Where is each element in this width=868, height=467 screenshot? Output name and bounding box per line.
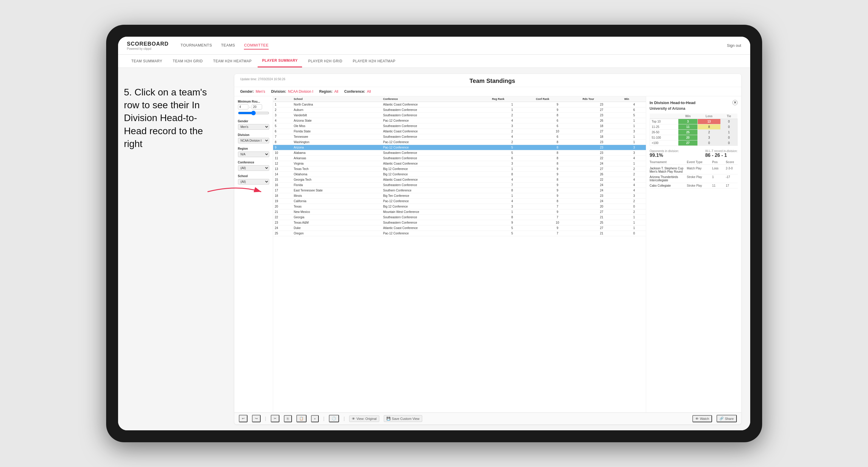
- col-conference: Conference: [381, 96, 490, 102]
- tab-player-h2h-grid[interactable]: PLAYER H2H GRID: [304, 55, 347, 67]
- cell-rdstour: 23: [581, 113, 623, 118]
- logo-text: SCOREBOARD: [127, 41, 169, 47]
- min-rounds-input[interactable]: [238, 104, 248, 110]
- h2h-loss: 3: [698, 135, 720, 141]
- table-row[interactable]: 18 Illinois Big Ten Conference 1 9 23 3: [273, 193, 646, 198]
- h2h-range: 26-50: [650, 130, 678, 135]
- table-row[interactable]: 12 Virginia Atlantic Coast Conference 3 …: [273, 161, 646, 166]
- redo-button[interactable]: ↪: [252, 415, 260, 422]
- cell-conference: Southeastern Conference: [381, 215, 490, 220]
- region-select[interactable]: N/A All: [238, 152, 269, 157]
- cell-num: 2: [273, 107, 292, 113]
- table-row[interactable]: 19 California Pac-12 Conference 4 8 24 2: [273, 198, 646, 204]
- cell-regrrank: 8: [490, 188, 534, 193]
- cell-num: 8: [273, 139, 292, 145]
- h2h-panel: In Division Head-to-Head ✕ University of…: [646, 96, 741, 412]
- table-row[interactable]: 24 Duke Atlantic Coast Conference 5 9 27…: [273, 225, 646, 231]
- table-row[interactable]: 4 Arizona State Pac-12 Conference 4 6 26…: [273, 118, 646, 123]
- watch-button[interactable]: 👁 Watch: [692, 415, 712, 422]
- table-row[interactable]: 9 Arizona Pac-12 Conference 5 8 23 3: [273, 145, 646, 150]
- table-row[interactable]: 10 Alabama Southeastern Conference 5 8 2…: [273, 150, 646, 156]
- table-row[interactable]: 5 Ole Miss Southeastern Conference 3 6 1…: [273, 123, 646, 129]
- tournament-name: Cabo Collegiate: [650, 184, 685, 187]
- cell-rdstour: 26: [581, 172, 623, 177]
- table-row[interactable]: 3 Vanderbilt Southeastern Conference 2 8…: [273, 113, 646, 118]
- tab-team-summary[interactable]: TEAM SUMMARY: [127, 55, 167, 67]
- paste-button[interactable]: 📋: [297, 415, 307, 422]
- cell-school: Alabama: [292, 150, 381, 156]
- max-rounds-input[interactable]: [252, 104, 262, 110]
- cell-num: 9: [273, 145, 292, 150]
- sign-out-button[interactable]: Sign out: [727, 43, 741, 48]
- cell-num: 5: [273, 123, 292, 129]
- copy-button[interactable]: ⎘: [284, 415, 292, 422]
- save-custom-view-button[interactable]: 💾 Save Custom View: [384, 415, 422, 422]
- table-row[interactable]: 22 Georgia Southeastern Conference 8 7 2…: [273, 215, 646, 220]
- table-row[interactable]: 8 Washington Pac-12 Conference 2 8 23 1: [273, 139, 646, 145]
- cell-regrrank: 7: [490, 183, 534, 188]
- conference-select[interactable]: (All) Atlantic Coast Conference Southeas…: [238, 165, 269, 171]
- cell-rdstour: 18: [581, 123, 623, 129]
- cell-confrank: 9: [534, 193, 581, 198]
- tab-player-h2h-heatmap[interactable]: PLAYER H2H HEATMAP: [348, 55, 400, 67]
- h2h-loss: 13: [698, 119, 720, 124]
- table-row[interactable]: 6 Florida State Atlantic Coast Conferenc…: [273, 129, 646, 134]
- h2h-win: 25: [678, 130, 698, 135]
- h2h-close-button[interactable]: ✕: [732, 100, 738, 105]
- table-row[interactable]: 20 Texas Big 12 Conference 3 7 20 0: [273, 204, 646, 209]
- tournament-type: Stroke Play: [687, 184, 710, 187]
- cell-conference: Southeastern Conference: [381, 183, 490, 188]
- cell-win: 3: [622, 193, 646, 198]
- table-row[interactable]: 1 North Carolina Atlantic Coast Conferen…: [273, 102, 646, 107]
- table-row[interactable]: 7 Tennessee Southeastern Conference 4 6 …: [273, 134, 646, 139]
- tab-team-h2h-heatmap[interactable]: TEAM H2H HEATMAP: [209, 55, 256, 67]
- view-original-button[interactable]: 👁 View: Original: [349, 415, 379, 422]
- cell-conference: Southeastern Conference: [381, 113, 490, 118]
- table-row[interactable]: 17 East Tennessee State Southern Confere…: [273, 188, 646, 193]
- cell-conference: Big Ten Conference: [381, 193, 490, 198]
- nav-teams[interactable]: TEAMS: [221, 41, 235, 50]
- table-row[interactable]: 15 Georgia Tech Atlantic Coast Conferenc…: [273, 177, 646, 183]
- cell-confrank: 10: [534, 129, 581, 134]
- cut-button[interactable]: ✂: [271, 415, 279, 422]
- cell-regrrank: 4: [490, 177, 534, 183]
- tab-team-h2h-grid[interactable]: TEAM H2H GRID: [168, 55, 207, 67]
- cell-regrrank: 3: [490, 204, 534, 209]
- cell-regrrank: 5: [490, 145, 534, 150]
- cell-confrank: 6: [534, 123, 581, 129]
- cell-rdstour: 23: [581, 145, 623, 150]
- gender-select[interactable]: Men's Women's: [238, 124, 269, 130]
- cell-school: Texas: [292, 204, 381, 209]
- cell-num: 21: [273, 209, 292, 215]
- rounds-slider[interactable]: [238, 111, 269, 116]
- nav-tournaments[interactable]: TOURNAMENTS: [181, 41, 212, 50]
- insert-button[interactable]: +: [311, 415, 319, 422]
- h2h-body: Top 10 3 13 0 11-25 11 8 0 26-50 25 2 1 …: [650, 119, 737, 146]
- clock-button[interactable]: 🕐: [329, 415, 339, 422]
- cell-confrank: 8: [534, 177, 581, 183]
- table-row[interactable]: 25 Oregon Pac-12 Conference 5 7 21 0: [273, 231, 646, 236]
- tournament-name: Jackson T. Stephens Cup Men's Match Play…: [650, 167, 685, 173]
- table-row[interactable]: 11 Arkansas Southeastern Conference 6 8 …: [273, 156, 646, 161]
- cell-win: 4: [622, 183, 646, 188]
- undo-button[interactable]: ↩: [239, 415, 247, 422]
- table-row[interactable]: 14 Oklahoma Big 12 Conference 8 9 26 2: [273, 172, 646, 177]
- table-row[interactable]: 16 Florida Southeastern Conference 7 9 2…: [273, 183, 646, 188]
- table-row[interactable]: 23 Texas A&M Southeastern Conference 9 1…: [273, 220, 646, 225]
- filter-range-rounds: -: [238, 104, 269, 110]
- cell-rdstour: 21: [581, 231, 623, 236]
- h2h-tie: 0: [720, 141, 737, 146]
- table-row[interactable]: 13 Texas Tech Big 12 Conference 1 9 27 2: [273, 166, 646, 172]
- division-select[interactable]: NCAA Division I NCAA Division II NCAA Di…: [238, 138, 269, 144]
- share-button[interactable]: 🔗 Share: [716, 415, 737, 422]
- table-row[interactable]: 21 New Mexico Mountain West Conference 1…: [273, 209, 646, 215]
- cell-conference: Southeastern Conference: [381, 150, 490, 156]
- tab-player-summary[interactable]: PLAYER SUMMARY: [258, 55, 302, 67]
- cell-win: 3: [622, 129, 646, 134]
- nav-committee[interactable]: COMMITTEE: [244, 41, 269, 50]
- table-row[interactable]: 2 Auburn Southeastern Conference 1 9 27 …: [273, 107, 646, 113]
- cell-confrank: 9: [534, 107, 581, 113]
- cell-school: Arkansas: [292, 156, 381, 161]
- cell-conference: Pac-12 Conference: [381, 118, 490, 123]
- cell-win: 4: [622, 188, 646, 193]
